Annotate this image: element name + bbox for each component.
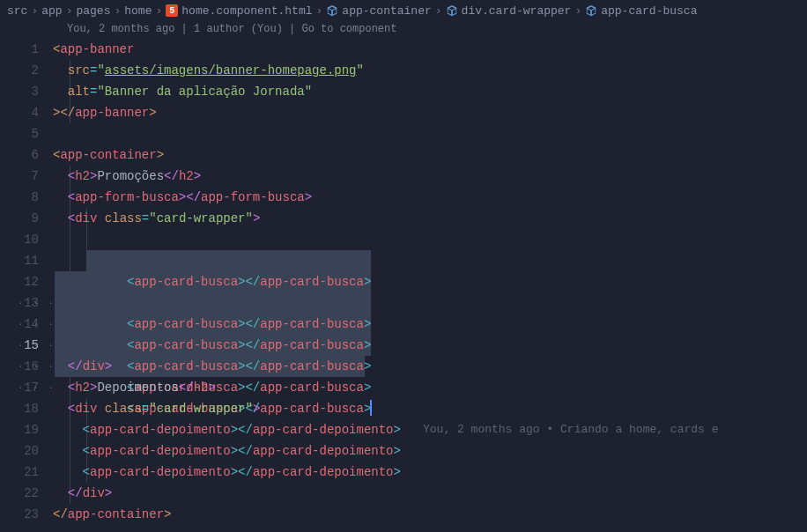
line-number: 7 (0, 166, 39, 187)
code-editor[interactable]: 1 2 3 4 5 6 7 8 9 10 11 12 13 14 15 16 1… (0, 39, 807, 525)
code-line[interactable]: <app-card-depoimento></app-card-depoimen… (53, 462, 807, 483)
code-line[interactable]: <h2>Depoimentos</h2> (53, 377, 807, 398)
code-line[interactable]: <div class="card-wrapper"> (53, 208, 807, 229)
breadcrumb-item-app-card-busca[interactable]: app-card-busca (585, 4, 697, 18)
breadcrumb-item-app-container[interactable]: app-container (326, 4, 431, 18)
breadcrumb-item-app[interactable]: app (41, 4, 62, 18)
line-number-gutter: 1 2 3 4 5 6 7 8 9 10 11 12 13 14 15 16 1… (0, 39, 53, 525)
line-number: 12 (0, 271, 39, 292)
code-line[interactable]: <app-card-depoimento></app-card-depoimen… (53, 440, 807, 462)
code-line[interactable]: <app-card-depoimento></app-card-depoimen… (53, 419, 807, 440)
breadcrumb-item-src[interactable]: src (7, 4, 27, 18)
breadcrumb-item-card-wrapper[interactable]: div.card-wrapper (446, 4, 572, 18)
cube-icon (585, 4, 597, 17)
code-line[interactable]: src="assets/imagens/banner-homepage.png" (53, 60, 807, 81)
code-area[interactable]: <app-banner src="assets/imagens/banner-h… (53, 39, 807, 525)
line-number: 20 (0, 440, 39, 462)
breadcrumb-sep: › (66, 4, 73, 18)
line-number: 22 (0, 483, 39, 504)
line-number: 4 (0, 102, 39, 123)
cube-icon (446, 4, 458, 17)
line-number: 2 (0, 60, 39, 81)
line-number: 5 (0, 123, 39, 144)
code-line[interactable]: </app-container> (53, 504, 807, 525)
code-line[interactable]: <h2>Promoções</h2> (53, 166, 807, 187)
code-line-selected[interactable]: · · · <app-card-busca></app-card-busca> (53, 292, 807, 314)
line-number: 3 (0, 81, 39, 102)
code-line[interactable]: alt="Banner da aplicação Jornada" (53, 81, 807, 102)
breadcrumb[interactable]: src › app › pages › home › 5 home.compon… (0, 0, 807, 21)
line-number: 18 (0, 398, 39, 419)
breadcrumb-item-home[interactable]: home (124, 4, 152, 18)
breadcrumb-sep: › (155, 4, 162, 18)
line-number: 19 (0, 419, 39, 440)
line-number: 11 (0, 250, 39, 271)
text-cursor (370, 400, 372, 416)
code-line[interactable]: <app-container> (53, 144, 807, 166)
code-line-selected[interactable]: · · · <app-card-busca></app-card-busca> (53, 250, 807, 271)
code-line[interactable]: <app-form-busca></app-form-busca> (53, 187, 807, 208)
line-number: 21 (0, 462, 39, 483)
breadcrumb-item-pages[interactable]: pages (76, 4, 110, 18)
line-number: 9 (0, 208, 39, 229)
breadcrumb-sep: › (435, 4, 442, 18)
line-number: 23 (0, 504, 39, 525)
breadcrumb-sep: › (574, 4, 581, 18)
line-number: 8 (0, 187, 39, 208)
code-line[interactable] (53, 123, 807, 144)
breadcrumb-sep: › (114, 4, 121, 18)
breadcrumb-item-file[interactable]: 5 home.component.html (166, 4, 312, 18)
code-line[interactable]: ></app-banner> (53, 102, 807, 123)
line-number: 6 (0, 144, 39, 166)
codelens[interactable]: You, 2 months ago | 1 author (You) | Go … (0, 21, 807, 39)
html-file-icon: 5 (166, 4, 178, 17)
code-line[interactable]: </div> (53, 483, 807, 504)
code-line-selected[interactable]: <app-card-busca></app-card-busca> (53, 229, 807, 250)
code-line[interactable]: <app-banner (53, 39, 807, 60)
breadcrumb-sep: › (31, 4, 38, 18)
cube-icon (326, 4, 338, 17)
line-number: 1 (0, 39, 39, 60)
code-line[interactable]: <div class="card-wrapper"> (53, 398, 807, 419)
line-number: 10 (0, 229, 39, 250)
breadcrumb-sep: › (316, 4, 323, 18)
